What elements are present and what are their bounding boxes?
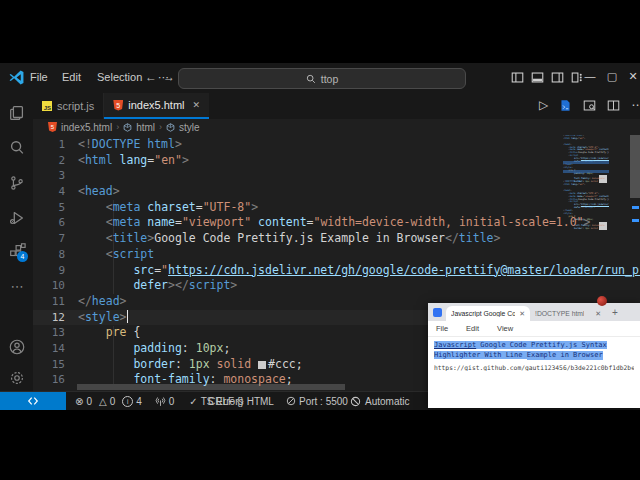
html-file-icon: 5 [48, 122, 57, 132]
line-number: 9 [33, 263, 65, 279]
source-control-icon[interactable] [7, 173, 27, 193]
open-in-browser-icon[interactable] [559, 99, 572, 112]
code-line[interactable]: 9 src="https://cdn.jsdelivr.net/gh/googl… [33, 263, 640, 279]
editor-tab-bar: JS script.js 5 index5.html ✕ ▷ ⋯ [33, 93, 640, 119]
code-editor[interactable]: 1<!DOCTYPE html>2<html lang="en">34<head… [33, 135, 640, 392]
breadcrumb-file[interactable]: index5.html [61, 122, 112, 133]
toggle-sidebar-icon[interactable] [511, 71, 524, 84]
search-sidebar-icon[interactable] [7, 138, 27, 158]
code-line[interactable]: 16 font-family: monospace; [33, 372, 640, 388]
code-line[interactable]: 7 <title>Google Code Prettify.js Example… [33, 231, 640, 247]
warning-icon: △ [99, 396, 107, 407]
editor-actions: ▷ ⋯ [539, 98, 640, 112]
menu-file[interactable]: File [30, 71, 48, 83]
bell-slash-icon[interactable] [350, 392, 361, 410]
eol-indicator[interactable]: CRLF [208, 392, 234, 410]
vscode-window: File Edit Selection ⋯ ← → ttop — ▢ ✕ [0, 63, 640, 410]
code-line[interactable]: 6 <meta name="viewport" content="width=d… [33, 215, 640, 231]
code-line[interactable]: 12<style> [33, 310, 640, 326]
port-label: Port : 5500 [299, 396, 348, 407]
more-actions-icon[interactable]: ⋯ [631, 98, 640, 112]
close-tab-icon[interactable]: ✕ [193, 100, 201, 110]
menu-selection[interactable]: Selection [97, 71, 142, 83]
problems-indicator[interactable]: ⊗ 0 △ 0 i 4 [75, 396, 142, 407]
radio-tower-icon [155, 396, 166, 407]
search-icon [306, 74, 316, 84]
language-label: HTML [247, 396, 274, 407]
line-number: 4 [33, 184, 65, 200]
code-line[interactable]: 1<!DOCTYPE html> [33, 137, 640, 153]
search-text: ttop [321, 73, 339, 85]
info-count: 4 [136, 396, 142, 407]
error-count: 0 [86, 396, 92, 407]
account-icon[interactable] [7, 337, 27, 357]
maximize-button[interactable]: ▢ [605, 70, 619, 83]
line-number: 11 [33, 294, 65, 310]
breadcrumb-node[interactable]: html [136, 122, 155, 133]
line-number: 12 [33, 310, 65, 326]
line-number: 16 [33, 372, 65, 388]
html-file-icon: 5 [113, 100, 123, 111]
breadcrumb-node[interactable]: style [179, 122, 200, 133]
search-input[interactable]: ttop [178, 68, 466, 89]
language-indicator[interactable]: {} HTML [237, 392, 274, 410]
nav-back-icon[interactable]: ← [145, 70, 157, 84]
screen: File Edit Selection ⋯ ← → ttop — ▢ ✕ [0, 0, 640, 480]
code-line[interactable]: 3 [33, 168, 640, 184]
tab-scriptjs[interactable]: JS script.js [33, 93, 104, 119]
explorer-icon[interactable] [7, 103, 27, 123]
symbol-element-icon [123, 123, 132, 132]
line-number: 13 [33, 325, 65, 341]
code-line[interactable]: 5 <meta charset="UTF-8"> [33, 200, 640, 216]
code-line[interactable]: 8 <script [33, 247, 640, 263]
more-views-icon[interactable]: ⋯ [7, 276, 27, 296]
code-line[interactable]: 11</head> [33, 294, 640, 310]
info-icon: i [122, 396, 133, 407]
tab-index5html[interactable]: 5 index5.html ✕ [104, 93, 209, 119]
code-line[interactable]: 15 border: 1px solid #ccc; [33, 357, 640, 373]
code-area[interactable]: 1<!DOCTYPE html>2<html lang="en">34<head… [33, 137, 640, 388]
code-line[interactable]: 10 defer></script> [33, 278, 640, 294]
code-line[interactable]: 2<html lang="en"> [33, 153, 640, 169]
ports-indicator[interactable]: 0 [155, 396, 175, 407]
live-server-port[interactable]: Port : 5500 [286, 392, 348, 410]
nav-forward-icon[interactable]: → [163, 70, 175, 84]
braces-icon: {} [237, 396, 244, 407]
line-number: 10 [33, 278, 65, 294]
toggle-secondary-sidebar-icon[interactable] [551, 71, 564, 84]
ports-count: 0 [169, 396, 175, 407]
automatic-indicator[interactable]: Automatic [365, 392, 409, 410]
split-editor-icon[interactable] [607, 99, 620, 112]
activity-bar: 4 ⋯ [0, 93, 33, 392]
settings-gear-icon[interactable] [7, 368, 27, 388]
run-code-icon[interactable]: ▷ [539, 98, 548, 112]
javascript-file-icon: JS [42, 101, 52, 111]
breadcrumb-separator: › [159, 122, 162, 132]
remote-indicator[interactable] [0, 392, 66, 410]
warning-count: 0 [110, 396, 116, 407]
automatic-label: Automatic [365, 396, 409, 407]
code-line[interactable]: 13 pre { [33, 325, 640, 341]
check-icon: ✓ [189, 396, 197, 407]
text-cursor [127, 310, 129, 323]
open-preview-icon[interactable] [583, 99, 596, 112]
line-number: 3 [33, 168, 65, 184]
line-number: 1 [33, 137, 65, 153]
menu-edit[interactable]: Edit [62, 71, 81, 83]
extensions-badge: 4 [17, 251, 28, 262]
code-line[interactable]: 14 padding: 10px; [33, 341, 640, 357]
line-number: 7 [33, 231, 65, 247]
symbol-element-icon [166, 123, 175, 132]
ban-icon [286, 396, 296, 406]
close-button[interactable]: ✕ [626, 70, 640, 83]
minimize-button[interactable]: — [583, 70, 597, 82]
line-number: 14 [33, 341, 65, 357]
breadcrumb: 5 index5.html › html › style [33, 119, 640, 135]
error-icon: ⊗ [75, 396, 83, 407]
code-line[interactable]: 4<head> [33, 184, 640, 200]
run-debug-icon[interactable] [7, 208, 27, 228]
breadcrumb-separator: › [116, 122, 119, 132]
toggle-panel-icon[interactable] [531, 71, 544, 84]
line-number: 15 [33, 357, 65, 373]
line-number: 8 [33, 247, 65, 263]
